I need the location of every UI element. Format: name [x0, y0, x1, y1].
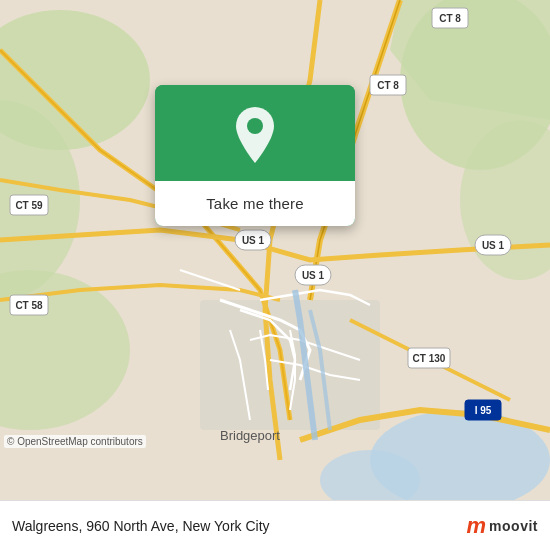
moovit-brand-text: moovit [489, 518, 538, 534]
location-text: Walgreens, 960 North Ave, New York City [12, 518, 270, 534]
map-pin-icon [231, 107, 279, 163]
svg-text:US 1: US 1 [482, 240, 505, 251]
svg-text:US 1: US 1 [242, 235, 265, 246]
svg-text:US 1: US 1 [302, 270, 325, 281]
svg-text:CT 59: CT 59 [15, 200, 43, 211]
moovit-logo: m moovit [467, 513, 538, 539]
svg-text:Bridgeport: Bridgeport [220, 428, 280, 443]
map-container: CT 8 CT 8 US 1 US 1 CT 59 CT 58 US 1 CT … [0, 0, 550, 500]
osm-attribution: © OpenStreetMap contributors [4, 435, 146, 448]
svg-text:CT 8: CT 8 [377, 80, 399, 91]
svg-text:CT 58: CT 58 [15, 300, 43, 311]
map-background: CT 8 CT 8 US 1 US 1 CT 59 CT 58 US 1 CT … [0, 0, 550, 500]
svg-text:CT 8: CT 8 [439, 13, 461, 24]
svg-text:CT 130: CT 130 [413, 353, 446, 364]
attribution-text: © OpenStreetMap contributors [7, 436, 143, 447]
bottom-bar: Walgreens, 960 North Ave, New York City … [0, 500, 550, 550]
popup-icon-area [155, 85, 355, 181]
moovit-m-letter: m [467, 513, 486, 539]
svg-point-29 [247, 118, 263, 134]
svg-text:I 95: I 95 [475, 405, 492, 416]
take-me-there-button[interactable]: Take me there [155, 181, 355, 226]
popup-card: Take me there [155, 85, 355, 226]
